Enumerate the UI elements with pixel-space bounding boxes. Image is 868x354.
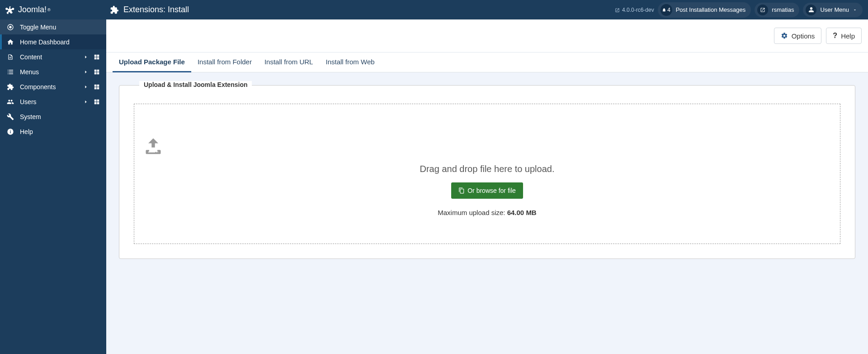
- toggle-icon: [5, 24, 15, 31]
- svg-rect-15: [97, 87, 99, 89]
- copy-icon: [458, 187, 465, 194]
- joomla-icon: [5, 5, 15, 14]
- topbar-right: 4.0.0-rc6-dev 4 Post Installation Messag…: [615, 2, 868, 18]
- sidebar-item-label: Users: [20, 98, 82, 105]
- svg-rect-11: [97, 72, 99, 74]
- svg-rect-4: [94, 54, 97, 57]
- frontend-username: rsmatias: [772, 6, 794, 13]
- notifications-label: Post Installation Messages: [676, 6, 746, 13]
- dashboard-icon[interactable]: [93, 69, 101, 75]
- question-icon: ?: [833, 32, 837, 40]
- svg-rect-5: [97, 54, 99, 57]
- sidebar-item-menus[interactable]: Menus: [0, 64, 106, 79]
- svg-rect-17: [97, 99, 99, 101]
- file-icon: [5, 53, 15, 61]
- user-menu-label: User Menu: [820, 6, 849, 13]
- dashboard-icon[interactable]: [93, 54, 101, 60]
- brand-text: Joomla!: [18, 5, 47, 14]
- external-icon: [760, 7, 765, 13]
- version-tag[interactable]: 4.0.0-rc6-dev: [615, 7, 654, 13]
- svg-rect-9: [97, 69, 99, 72]
- drop-text: Drag and drop file here to upload.: [143, 164, 831, 174]
- sidebar-item-components[interactable]: Components: [0, 79, 106, 94]
- toggle-menu[interactable]: Toggle Menu: [0, 19, 106, 34]
- puzzle-icon: [5, 83, 15, 91]
- tab-install-from-folder[interactable]: Install from Folder: [191, 53, 258, 72]
- browse-button[interactable]: Or browse for file: [451, 182, 523, 199]
- svg-rect-21: [10, 131, 10, 133]
- sidebar-item-home-dashboard[interactable]: Home Dashboard: [0, 34, 106, 49]
- svg-rect-18: [94, 102, 97, 104]
- toolbar: Options ? Help: [106, 19, 868, 53]
- topbar: Joomla! ® Extensions: Install 4.0.0-rc6-…: [0, 0, 868, 19]
- sidebar-item-label: Help: [20, 128, 101, 135]
- tab-install-from-web[interactable]: Install from Web: [319, 53, 381, 72]
- chevron-right-icon: [82, 55, 90, 59]
- sidebar: Toggle Menu Home DashboardContentMenusCo…: [0, 19, 106, 354]
- tabs: Upload Package FileInstall from FolderIn…: [106, 53, 868, 72]
- users-icon: [5, 98, 15, 105]
- sidebar-item-label: Home Dashboard: [20, 38, 101, 46]
- page-title-wrap: Extensions: Install: [106, 5, 615, 14]
- tab-content: Upload & Install Joomla Extension Drag a…: [106, 72, 868, 272]
- svg-rect-19: [97, 102, 99, 104]
- options-button[interactable]: Options: [774, 28, 822, 44]
- tab-install-from-url[interactable]: Install from URL: [258, 53, 320, 72]
- home-icon: [5, 38, 15, 46]
- max-upload-text: Maximum upload size: 64.00 MB: [143, 209, 831, 216]
- svg-rect-22: [10, 130, 10, 130]
- dashboard-icon[interactable]: [93, 99, 101, 105]
- chevron-right-icon: [82, 85, 90, 89]
- page-title: Extensions: Install: [123, 5, 189, 14]
- sidebar-item-system[interactable]: System: [0, 109, 106, 124]
- svg-rect-13: [97, 84, 99, 86]
- sidebar-item-help[interactable]: Help: [0, 124, 106, 139]
- sidebar-item-label: Content: [20, 53, 82, 61]
- sidebar-item-users[interactable]: Users: [0, 94, 106, 109]
- svg-rect-2: [9, 57, 12, 57]
- upload-fieldset: Upload & Install Joomla Extension Drag a…: [119, 85, 855, 259]
- brand-logo[interactable]: Joomla! ®: [0, 0, 106, 19]
- svg-rect-6: [94, 57, 97, 59]
- puzzle-icon: [110, 5, 119, 14]
- chevron-right-icon: [82, 100, 90, 104]
- notifications-pill[interactable]: 4 Post Installation Messages: [658, 2, 751, 18]
- help-button[interactable]: ? Help: [826, 28, 862, 44]
- svg-rect-7: [97, 57, 99, 59]
- wrench-icon: [5, 113, 15, 120]
- sidebar-item-label: System: [20, 113, 101, 120]
- svg-rect-16: [94, 99, 97, 101]
- chevron-down-icon: [853, 8, 857, 12]
- svg-point-1: [9, 26, 11, 28]
- info-icon: [5, 128, 15, 135]
- bell-icon: [662, 8, 666, 12]
- upload-icon: [143, 136, 831, 156]
- main-content: Options ? Help Upload Package FileInstal…: [106, 19, 868, 354]
- list-icon: [5, 68, 15, 76]
- svg-point-23: [157, 152, 158, 153]
- svg-rect-8: [94, 69, 97, 72]
- dashboard-icon[interactable]: [93, 84, 101, 90]
- svg-rect-3: [9, 57, 12, 58]
- content-card: Upload Package FileInstall from FolderIn…: [106, 53, 868, 272]
- drop-zone[interactable]: Drag and drop file here to upload. Or br…: [134, 104, 840, 244]
- tab-upload-package-file[interactable]: Upload Package File: [113, 53, 191, 72]
- user-icon: [808, 7, 814, 13]
- toggle-label: Toggle Menu: [20, 24, 101, 31]
- external-icon: [615, 8, 620, 13]
- sidebar-item-label: Menus: [20, 68, 82, 76]
- svg-point-24: [155, 152, 156, 153]
- sidebar-item-content[interactable]: Content: [0, 49, 106, 64]
- sidebar-item-label: Components: [20, 83, 82, 91]
- frontend-link-pill[interactable]: rsmatias: [755, 3, 799, 17]
- svg-rect-10: [94, 72, 97, 74]
- user-menu-pill[interactable]: User Menu: [803, 3, 863, 17]
- chevron-right-icon: [82, 70, 90, 74]
- svg-rect-14: [94, 87, 97, 89]
- gear-icon: [781, 32, 788, 39]
- notification-count: 4: [667, 7, 670, 13]
- svg-rect-12: [94, 84, 97, 86]
- fieldset-legend: Upload & Install Joomla Extension: [139, 81, 252, 88]
